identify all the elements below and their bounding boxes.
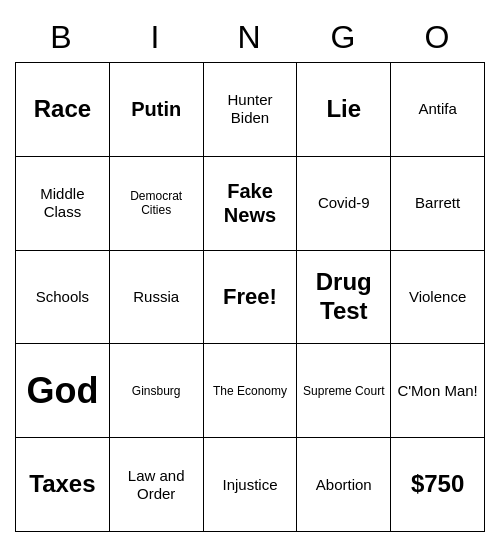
bingo-grid: RacePutinHunter BidenLieAntifaMiddle Cla…: [15, 62, 485, 532]
bingo-cell: Law and Order: [110, 438, 204, 532]
bingo-cell: Antifa: [391, 63, 485, 157]
bingo-cell: Schools: [16, 251, 110, 345]
bingo-cell: Injustice: [204, 438, 298, 532]
bingo-cell: Ginsburg: [110, 344, 204, 438]
bingo-cell: $750: [391, 438, 485, 532]
bingo-cell: God: [16, 344, 110, 438]
header-letter: I: [109, 19, 203, 56]
bingo-cell: Lie: [297, 63, 391, 157]
bingo-cell: Middle Class: [16, 157, 110, 251]
bingo-cell: Fake News: [204, 157, 298, 251]
bingo-cell: Supreme Court: [297, 344, 391, 438]
bingo-cell: Hunter Biden: [204, 63, 298, 157]
bingo-cell: Drug Test: [297, 251, 391, 345]
header-letter: N: [203, 19, 297, 56]
bingo-cell: Covid-9: [297, 157, 391, 251]
bingo-cell: The Economy: [204, 344, 298, 438]
header-letter: O: [391, 19, 485, 56]
bingo-cell: Democrat Cities: [110, 157, 204, 251]
bingo-cell: Barrett: [391, 157, 485, 251]
bingo-cell: Taxes: [16, 438, 110, 532]
bingo-cell: Free!: [204, 251, 298, 345]
bingo-cell: C'Mon Man!: [391, 344, 485, 438]
bingo-cell: Violence: [391, 251, 485, 345]
header-letter: G: [297, 19, 391, 56]
bingo-cell: Race: [16, 63, 110, 157]
header-letter: B: [15, 19, 109, 56]
bingo-cell: Russia: [110, 251, 204, 345]
bingo-card: BINGO RacePutinHunter BidenLieAntifaMidd…: [15, 12, 485, 532]
bingo-header: BINGO: [15, 12, 485, 62]
bingo-cell: Putin: [110, 63, 204, 157]
bingo-cell: Abortion: [297, 438, 391, 532]
